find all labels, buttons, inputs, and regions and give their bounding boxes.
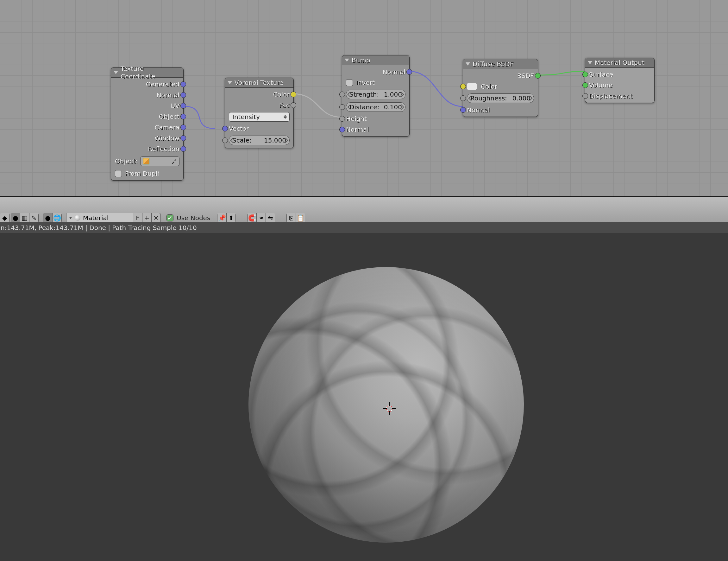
socket-camera[interactable] (180, 124, 186, 130)
roughness-label: Roughness: (470, 94, 507, 102)
socket-normal[interactable] (180, 92, 186, 98)
socket-fac-out[interactable] (291, 102, 296, 108)
socket-label: Normal (467, 106, 490, 114)
copy-icon: ⎘ (289, 214, 293, 222)
3d-cursor-icon (382, 402, 396, 416)
material-sphere-icon (75, 215, 80, 221)
color-swatch[interactable] (467, 83, 477, 90)
node-editor-header: ◆ ● ▦ ✎ ● 🌐 Material F + ✕ ✓ Use Nodes 📌 (0, 196, 728, 222)
socket-label: Normal (383, 68, 405, 76)
node-material-output[interactable]: Material Output Surface Volume Displacem… (585, 58, 655, 103)
socket-label: Object (159, 113, 179, 120)
socket-label: Volume (589, 81, 612, 89)
cube-icon (143, 158, 149, 164)
socket-vector-in[interactable] (222, 126, 228, 131)
material-name: Material (83, 214, 109, 222)
color-label: Color (481, 83, 497, 90)
node-texture-coordinate[interactable]: Texture Coordinate Generated Normal UV O… (111, 67, 184, 180)
link-icon: ⚭ (259, 214, 264, 222)
socket-displacement[interactable] (582, 93, 588, 99)
socket-normal-out[interactable] (406, 69, 412, 75)
socket-bsdf-out[interactable] (535, 73, 541, 79)
up-arrow-icon: ⬆ (229, 214, 234, 222)
socket-label: Reflection (148, 145, 179, 153)
invert-label: Invert (356, 79, 375, 86)
from-dupli-label: From Dupli (125, 170, 159, 177)
socket-window[interactable] (180, 135, 186, 141)
from-dupli-checkbox[interactable] (115, 170, 122, 177)
socket-label: Displacement (589, 92, 633, 100)
socket-label: Generated (146, 80, 179, 88)
object-picker[interactable] (140, 156, 179, 166)
sphere-icon: ● (13, 214, 18, 222)
socket-roughness[interactable] (460, 95, 466, 101)
socket-label: UV (171, 102, 179, 110)
node-editor[interactable]: Texture Coordinate Generated Normal UV O… (0, 0, 728, 196)
paste-icon: 📋 (297, 214, 304, 222)
coloring-value: Intensity (232, 113, 260, 121)
pin-icon: 📌 (218, 214, 226, 222)
socket-reflection[interactable] (180, 146, 186, 152)
socket-label: Vector (229, 125, 249, 132)
socket-label: Height (346, 115, 367, 123)
socket-normal-in[interactable] (339, 127, 345, 132)
node-title: Bump (352, 56, 370, 64)
strength-label: Strength: (349, 91, 379, 98)
socket-label: Surface (589, 71, 613, 78)
socket-distance[interactable] (339, 104, 345, 110)
layers-icon: ▦ (22, 214, 28, 222)
eyedropper-icon (172, 159, 177, 164)
socket-label: Window (154, 134, 179, 142)
3d-viewport[interactable] (0, 233, 728, 561)
socket-label: Fac (279, 101, 290, 109)
socket-object[interactable] (180, 114, 186, 119)
magnet-icon: 🧲 (248, 214, 256, 222)
node-title: Texture Coordinate (121, 65, 180, 80)
node-voronoi-texture[interactable]: Voronoi Texture Color Fac Intensity Vect… (225, 78, 294, 148)
socket-height[interactable] (339, 116, 345, 122)
world-icon: 🌐 (53, 214, 61, 222)
node-title: Voronoi Texture (235, 79, 283, 86)
socket-volume[interactable] (582, 82, 588, 88)
node-title: Material Output (595, 59, 644, 66)
distance-field[interactable]: Distance:0.100 (346, 102, 405, 112)
socket-label: BSDF (517, 72, 534, 79)
socket-color-out[interactable] (291, 91, 296, 97)
distance-label: Distance: (349, 103, 379, 111)
strength-field[interactable]: Strength:1.000 (346, 90, 405, 99)
socket-strength[interactable] (339, 91, 345, 97)
brush-icon: ✎ (31, 214, 37, 222)
socket-label: Color (273, 91, 290, 98)
object-label: Object: (115, 157, 138, 165)
use-nodes-label: Use Nodes (177, 214, 210, 222)
node-tree-icon: ◆ (2, 214, 7, 222)
socket-normal-in[interactable] (460, 107, 466, 113)
sphere-icon: ● (45, 214, 50, 222)
node-bump[interactable]: Bump Normal Invert Strength:1.000 Distan… (342, 55, 410, 136)
socket-color-in[interactable] (460, 84, 466, 89)
roughness-field[interactable]: Roughness:0.000 (467, 93, 534, 103)
socket-scale-in[interactable] (222, 137, 228, 143)
render-status-bar: n:143.71M, Peak:143.71M | Done | Path Tr… (0, 222, 728, 234)
coloring-dropdown[interactable]: Intensity (229, 112, 290, 122)
node-diffuse-bsdf[interactable]: Diffuse BSDF BSDF Color Roughness:0.000 … (463, 59, 538, 117)
socket-generated[interactable] (180, 81, 186, 87)
node-title: Diffuse BSDF (473, 60, 513, 68)
offset-icon: ⇋ (268, 214, 273, 222)
scale-field[interactable]: Scale:15.000 (229, 135, 290, 145)
socket-surface[interactable] (582, 72, 588, 77)
socket-label: Normal (346, 126, 369, 133)
status-text: n:143.71M, Peak:143.71M | Done | Path Tr… (1, 224, 197, 231)
socket-uv[interactable] (180, 103, 186, 109)
socket-label: Normal (157, 91, 179, 99)
socket-label: Camera (155, 123, 180, 131)
use-nodes-checkbox[interactable]: ✓ (166, 214, 173, 221)
invert-checkbox[interactable] (346, 79, 353, 86)
